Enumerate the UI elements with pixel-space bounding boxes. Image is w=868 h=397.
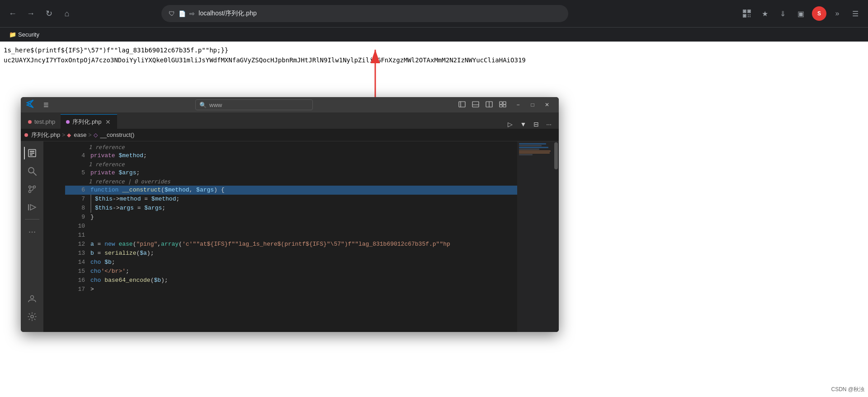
vscode-editor-main: ··· bbox=[21, 141, 559, 332]
layout-full-icon[interactable] bbox=[497, 100, 508, 110]
bookmark-button[interactable]: ★ bbox=[758, 6, 772, 21]
page-content: 1s_here$(printf${IFS}"\57")f""lag_831b69… bbox=[0, 42, 868, 69]
forward-button[interactable]: → bbox=[24, 6, 38, 21]
code-editor[interactable]: 1 reference 4 private $method ; bbox=[43, 141, 559, 332]
layout-sidebar-icon[interactable] bbox=[457, 100, 467, 110]
line-num-11: 11 bbox=[69, 231, 85, 240]
code-line-9: 9 } bbox=[65, 213, 517, 222]
maximize-button[interactable]: □ bbox=[526, 100, 539, 110]
back-button[interactable]: ← bbox=[5, 6, 20, 21]
breadcrumb-file-icon bbox=[24, 133, 28, 137]
run-dropdown-button[interactable]: ▼ bbox=[518, 120, 528, 129]
svg-rect-14 bbox=[472, 102, 479, 107]
minimap-line bbox=[519, 154, 533, 155]
breadcrumb-file[interactable]: 序列化.php bbox=[31, 131, 60, 139]
code-line-8: 8 $this -> args = $args ; bbox=[65, 204, 517, 213]
account-icon[interactable] bbox=[24, 290, 40, 307]
vscode-breadcrumb: 序列化.php > ◆ ease > ◇ __construct() bbox=[21, 129, 559, 141]
security-bookmark[interactable]: 📁 Security bbox=[5, 29, 43, 40]
line-num-17: 17 bbox=[69, 285, 85, 294]
close-button[interactable]: ✕ bbox=[541, 100, 553, 110]
nav-buttons: ← → ↻ ⌂ bbox=[5, 6, 74, 21]
extension-button[interactable]: ▣ bbox=[794, 6, 808, 21]
address-bar[interactable]: 🛡 📄 ⇨ localhost/序列化.php bbox=[161, 5, 568, 22]
menu-button[interactable]: ☰ bbox=[848, 6, 863, 21]
home-button[interactable]: ⌂ bbox=[60, 6, 74, 21]
hamburger-menu[interactable]: ☰ bbox=[41, 101, 52, 109]
minimap-line bbox=[519, 150, 551, 152]
more-actions-button[interactable]: ··· bbox=[544, 120, 553, 129]
code-line-6: 6 function __construct ( $method , $args… bbox=[65, 186, 517, 195]
minimap-line bbox=[519, 152, 550, 154]
split-editor-button[interactable]: ⊟ bbox=[532, 120, 541, 129]
svg-rect-5 bbox=[744, 15, 745, 17]
breadcrumb-class[interactable]: ease bbox=[74, 131, 86, 138]
line-num-15: 15 bbox=[69, 267, 85, 276]
more-tools-button[interactable]: » bbox=[830, 6, 844, 21]
download-button[interactable]: ⇓ bbox=[776, 6, 790, 21]
line-num-5: 5 bbox=[69, 168, 85, 177]
run-button[interactable]: ▷ bbox=[506, 120, 514, 129]
svg-rect-18 bbox=[500, 102, 502, 104]
source-control-icon[interactable] bbox=[24, 181, 40, 197]
scrollbar[interactable] bbox=[553, 141, 559, 332]
url-text: localhost/序列化.php bbox=[198, 9, 561, 18]
minimap-line bbox=[519, 143, 546, 145]
page-line-1: 1s_here$(printf${IFS}"\57")f""lag_831b69… bbox=[0, 45, 868, 55]
minimap bbox=[517, 141, 553, 332]
folder-icon: 📁 bbox=[9, 31, 16, 38]
code-line-14: 14 cho $b ; bbox=[65, 258, 517, 267]
vscode-window: ☰ 🔍 www bbox=[21, 97, 559, 332]
svg-rect-7 bbox=[750, 14, 750, 15]
code-content-area[interactable]: 1 reference 4 private $method ; bbox=[65, 141, 517, 332]
tab-label: 序列化.php bbox=[72, 118, 101, 126]
code-line-5: 5 private $args ; bbox=[65, 168, 517, 177]
breadcrumb-method[interactable]: __construct() bbox=[100, 131, 135, 138]
code-line-10: 10 bbox=[65, 222, 517, 231]
security-shield-icon: 🛡 bbox=[169, 10, 175, 17]
ref-hint-5: 1 reference bbox=[65, 160, 517, 168]
explorer-icon[interactable] bbox=[24, 145, 40, 161]
title-search-bar[interactable]: 🔍 www bbox=[195, 99, 313, 110]
settings-icon[interactable] bbox=[24, 308, 40, 325]
breadcrumb-sep-2: > bbox=[89, 132, 92, 138]
minimap-content bbox=[517, 141, 553, 161]
svg-rect-6 bbox=[748, 14, 749, 15]
line-num-13: 13 bbox=[69, 249, 85, 258]
svg-point-29 bbox=[33, 186, 36, 188]
svg-point-34 bbox=[31, 315, 33, 318]
tab-close-button[interactable]: ✕ bbox=[104, 118, 112, 126]
layout-panel-icon[interactable] bbox=[470, 100, 481, 110]
run-debug-icon[interactable] bbox=[24, 199, 40, 215]
svg-rect-21 bbox=[503, 105, 506, 107]
editor-area: 1 reference 4 private $method ; bbox=[43, 141, 559, 332]
bookmark-label: Security bbox=[18, 31, 39, 38]
code-line-12: 12 a = new ease ( "ping" , array ( 'c' "… bbox=[65, 240, 517, 249]
browser-toolbar: 📁 Security bbox=[0, 27, 868, 42]
activity-bar: ··· bbox=[21, 141, 43, 332]
indent-guide bbox=[90, 204, 91, 213]
breadcrumb-method-icon: ◇ bbox=[94, 132, 98, 138]
reload-button[interactable]: ↻ bbox=[42, 6, 56, 21]
more-activity-icon[interactable]: ··· bbox=[24, 223, 40, 239]
tab-test-php[interactable]: test.php bbox=[23, 114, 61, 129]
minimap-line bbox=[519, 147, 548, 148]
tab-serialize-php[interactable]: 序列化.php ✕ bbox=[61, 114, 117, 129]
scrollbar-thumb[interactable] bbox=[554, 142, 558, 169]
layout-split-icon[interactable] bbox=[484, 100, 495, 110]
browser-chrome: ← → ↻ ⌂ 🛡 📄 ⇨ localhost/序列化.php ★ bbox=[0, 0, 868, 27]
line-numbers bbox=[43, 141, 65, 332]
code-line-7: 7 $this -> method = $method ; bbox=[65, 195, 517, 204]
vscode-tabbar: test.php 序列化.php ✕ ▷ ▼ ⊟ ··· bbox=[21, 112, 559, 129]
qr-button[interactable] bbox=[740, 6, 754, 21]
line-num-14: 14 bbox=[69, 258, 85, 267]
svg-rect-19 bbox=[503, 102, 506, 104]
code-line-13: 13 b = serialize ( $a ); bbox=[65, 249, 517, 258]
profile-button[interactable]: S bbox=[812, 6, 826, 21]
minimize-button[interactable]: − bbox=[512, 100, 524, 110]
search-activity-icon[interactable] bbox=[24, 163, 40, 179]
tab-dot-icon bbox=[66, 120, 70, 124]
minimap-line bbox=[519, 149, 539, 150]
code-group-5: 1 reference 5 private $args ; bbox=[65, 160, 517, 177]
svg-marker-31 bbox=[30, 205, 36, 210]
